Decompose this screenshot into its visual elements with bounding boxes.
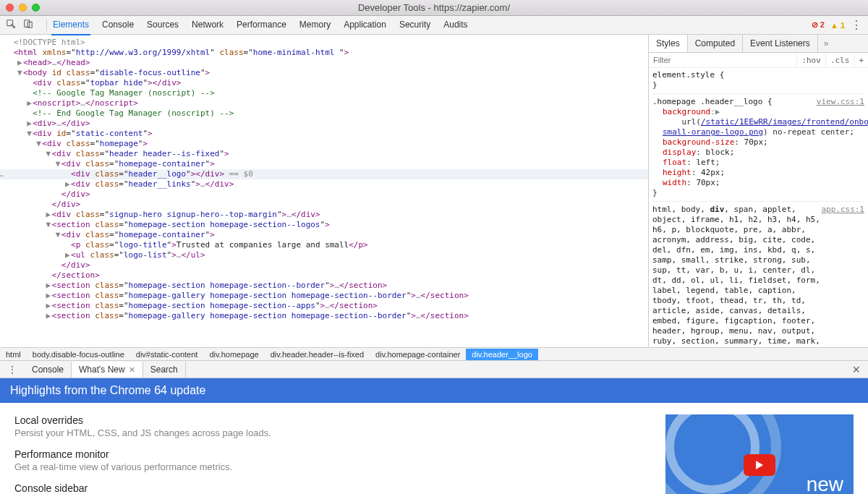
source-line[interactable]: ▶<section class="homepage-gallery homepa… (0, 291, 648, 301)
styles-panel: StylesComputedEvent Listeners» :hov .cls… (648, 35, 868, 347)
drawer: ⋮ ConsoleWhat's New ✕Search ✕ Highlights… (0, 360, 868, 494)
hov-toggle[interactable]: :hov (796, 54, 825, 67)
more-menu-icon[interactable]: ⋮ (851, 18, 862, 32)
whats-new-banner: Highlights from the Chrome 64 update (0, 378, 868, 403)
close-icon[interactable] (6, 4, 14, 12)
source-line[interactable]: ▶<div class="header__links">…</div> (0, 179, 648, 189)
add-rule-icon[interactable]: + (854, 54, 868, 67)
whats-new-item: Performance monitorGet a real-time view … (14, 448, 637, 472)
drawer-more-icon[interactable]: ⋮ (0, 364, 25, 375)
window-title: Developer Tools - https://zapier.com/ (0, 2, 868, 13)
cls-toggle[interactable]: .cls (825, 54, 854, 67)
styles-filter-input[interactable] (649, 53, 796, 67)
drawer-close-icon[interactable]: ✕ (845, 364, 868, 375)
maximize-icon[interactable] (32, 4, 40, 12)
tab-performance[interactable]: Performance (235, 15, 288, 35)
warning-count-icon[interactable]: ▲ 1 (830, 21, 845, 30)
source-line[interactable]: ▼<div class="homepage-container"> (0, 159, 648, 169)
inspect-icon[interactable] (6, 19, 16, 31)
tab-memory[interactable]: Memory (298, 15, 332, 35)
whats-new-video[interactable]: new (665, 414, 854, 494)
source-line[interactable]: ▶<section class="homepage-gallery homepa… (0, 311, 648, 321)
source-line[interactable]: ▶<section class="homepage-section homepa… (0, 281, 648, 291)
drawer-tab-search[interactable]: Search (143, 362, 186, 378)
source-line[interactable]: ▼<body id class="disable-focus-outline"> (0, 68, 648, 78)
styles-tab-computed[interactable]: Computed (688, 35, 743, 52)
tab-application[interactable]: Application (342, 15, 388, 35)
styles-tabs-overflow-icon[interactable]: » (818, 35, 835, 52)
source-line[interactable]: … <div class="header__logo"></div> == $0 (0, 169, 648, 179)
separator (46, 20, 47, 31)
wn-title: Performance monitor (14, 448, 637, 460)
play-icon[interactable] (744, 454, 775, 476)
source-line[interactable]: </div> (0, 189, 648, 200)
source-line[interactable]: ▶<div class="signup-hero signup-hero--to… (0, 210, 648, 220)
drawer-tab-what-s-new[interactable]: What's New ✕ (72, 362, 143, 378)
wn-title: Console sidebar (14, 482, 637, 494)
breadcrumb-item[interactable]: div#static-content (130, 349, 204, 360)
whats-new-item: Console sidebarReduce console noise and … (14, 482, 637, 494)
tab-console[interactable]: Console (101, 15, 135, 35)
styles-tabs: StylesComputedEvent Listeners» (649, 35, 868, 53)
css-rule[interactable]: .homepage .header__logo {view.css:1backg… (652, 97, 864, 202)
main-tabs: ElementsConsoleSourcesNetworkPerformance… (51, 15, 469, 35)
video-label: new (807, 473, 843, 494)
source-line[interactable]: ▼<div class="header header--is-fixed"> (0, 149, 648, 159)
source-line[interactable]: <html xmlns="http://www.w3.org/1999/xhtm… (0, 48, 648, 58)
breadcrumb-item[interactable]: div.homepage (203, 349, 264, 360)
wn-desc: Get a real-time view of various performa… (14, 461, 637, 472)
elements-tree[interactable]: <!DOCTYPE html> <html xmlns="http://www.… (0, 35, 648, 347)
styles-filter-row: :hov .cls + (649, 53, 868, 68)
source-line[interactable]: <!-- Google Tag Manager (noscript) --> (0, 88, 648, 98)
styles-tab-event-listeners[interactable]: Event Listeners (743, 35, 818, 52)
wn-desc: Persist your HTML, CSS, and JS changes a… (14, 427, 637, 438)
source-line[interactable]: <!-- End Google Tag Manager (noscript) -… (0, 108, 648, 119)
whats-new-item: Local overridesPersist your HTML, CSS, a… (14, 414, 637, 438)
source-line[interactable]: <p class="logo-title">Trusted at compani… (0, 240, 648, 250)
breadcrumb-item[interactable]: html (0, 349, 27, 360)
traffic-lights (6, 4, 40, 12)
tab-security[interactable]: Security (398, 15, 432, 35)
source-line[interactable]: ▶<head>…</head> (0, 58, 648, 68)
breadcrumb-item[interactable]: body.disable-focus-outline (27, 349, 130, 360)
source-line[interactable]: ▼<div class="homepage-container"> (0, 230, 648, 240)
tab-network[interactable]: Network (190, 15, 225, 35)
source-line[interactable]: ▶<section class="homepage-section homepa… (0, 301, 648, 311)
tab-sources[interactable]: Sources (145, 15, 180, 35)
minimize-icon[interactable] (19, 4, 27, 12)
devtools-toolbar: ElementsConsoleSourcesNetworkPerformance… (0, 16, 868, 35)
error-count-icon[interactable]: ⊘ 2 (812, 20, 825, 30)
breadcrumb-item[interactable]: div.homepage-container (370, 349, 466, 360)
breadcrumb-item[interactable]: div.header__logo (466, 349, 538, 360)
breadcrumb-item[interactable]: div.header.header--is-fixed (265, 349, 370, 360)
source-line[interactable]: ▼<div id="static-content"> (0, 129, 648, 139)
css-rule[interactable]: element.style {} (652, 70, 864, 94)
svg-rect-1 (25, 20, 30, 27)
drawer-tab-console[interactable]: Console (25, 362, 72, 378)
source-line[interactable]: ▶<ul class="logo-list">…</ul> (0, 250, 648, 260)
styles-rules[interactable]: element.style {}.homepage .header__logo … (649, 68, 868, 347)
whats-new-content: Local overridesPersist your HTML, CSS, a… (0, 403, 868, 494)
source-line[interactable]: ▶<noscript>…</noscript> (0, 98, 648, 108)
source-line[interactable]: </section> (0, 271, 648, 281)
source-line[interactable]: <!DOCTYPE html> (0, 38, 648, 48)
styles-tab-styles[interactable]: Styles (649, 35, 688, 52)
tab-audits[interactable]: Audits (442, 15, 469, 35)
breadcrumb-bar[interactable]: htmlbody.disable-focus-outlinediv#static… (0, 347, 868, 360)
wn-title: Local overrides (14, 414, 637, 426)
source-line[interactable]: <div class="topbar hide"></div> (0, 78, 648, 88)
device-icon[interactable] (23, 19, 33, 31)
source-line[interactable]: ▼<section class="homepage-section homepa… (0, 220, 648, 230)
tab-elements[interactable]: Elements (51, 15, 90, 35)
window-titlebar: Developer Tools - https://zapier.com/ (0, 0, 868, 16)
source-line[interactable]: ▶<div>…</div> (0, 119, 648, 129)
source-line[interactable]: </div> (0, 260, 648, 271)
css-rule[interactable]: html, body, div, span, applet, object, i… (652, 205, 864, 347)
source-line[interactable]: ▼<div class="homepage"> (0, 139, 648, 149)
source-line[interactable]: </div> (0, 200, 648, 210)
drawer-tabs: ⋮ ConsoleWhat's New ✕Search ✕ (0, 361, 868, 378)
